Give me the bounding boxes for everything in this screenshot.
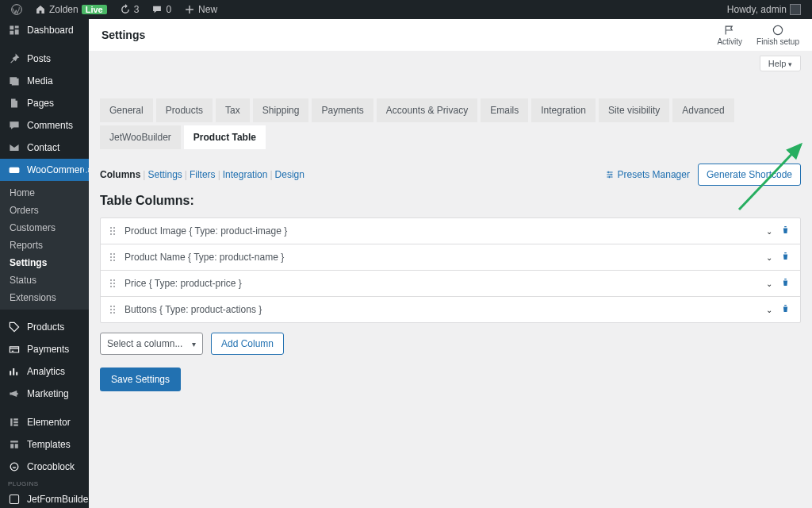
drag-handle-icon[interactable] [110, 253, 115, 261]
sidebar-item-dashboard[interactable]: Dashboard [0, 19, 89, 41]
site-link[interactable]: Zolden Live [30, 4, 112, 15]
circle-icon [772, 24, 784, 37]
section-title: Table Columns: [100, 194, 801, 208]
expand-toggle[interactable]: ⌄ [766, 227, 772, 236]
page-icon [8, 97, 21, 110]
tab-product-table[interactable]: Product Table [184, 125, 266, 149]
jet-icon [8, 493, 21, 506]
sidebar-item-analytics[interactable]: Analytics [0, 360, 89, 383]
home-icon [35, 4, 46, 15]
updates-icon [120, 4, 131, 15]
croco-icon [8, 460, 21, 473]
submenu-item-home[interactable]: Home [0, 184, 89, 202]
page-title: Settings [102, 29, 145, 41]
column-label: Buttons { Type: product-actions } [124, 304, 766, 315]
column-label: Price { Type: product-price } [124, 278, 766, 289]
tab-payments[interactable]: Payments [312, 98, 373, 122]
envelope-icon [8, 141, 21, 154]
sidebar-item-pages[interactable]: Pages [0, 92, 89, 114]
sidebar-item-templates[interactable]: Templates [0, 433, 89, 456]
trash-icon [780, 251, 791, 261]
megaphone-icon [8, 387, 21, 400]
sidebar-item-media[interactable]: Media [0, 70, 89, 92]
delete-column-button[interactable] [780, 303, 791, 316]
presets-manager-link[interactable]: Presets Manager [605, 169, 690, 180]
updates-link[interactable]: 3 [115, 4, 144, 15]
settings-tabs: GeneralProductsTaxShippingPaymentsAccoun… [100, 98, 801, 149]
sidebar-item-posts[interactable]: Posts [0, 48, 89, 70]
activity-link[interactable]: Activity [717, 24, 742, 46]
tab-accounts-privacy[interactable]: Accounts & Privacy [377, 98, 477, 122]
expand-toggle[interactable]: ⌄ [766, 253, 772, 262]
sidebar-item-elementor[interactable]: Elementor [0, 411, 89, 433]
sidebar-item-jetformbuilder[interactable]: JetFormBuilder [0, 488, 89, 508]
tab-integration[interactable]: Integration [531, 98, 596, 122]
tab-site-visibility[interactable]: Site visibility [599, 98, 669, 122]
tab-emails[interactable]: Emails [481, 98, 528, 122]
subsection-link-integration[interactable]: Integration [223, 169, 268, 180]
help-tab[interactable]: Help [760, 56, 801, 71]
wp-logo[interactable] [6, 4, 27, 15]
tab-products[interactable]: Products [156, 98, 213, 122]
tab-general[interactable]: General [100, 98, 153, 122]
submenu-item-settings[interactable]: Settings [0, 254, 89, 271]
submenu-item-orders[interactable]: Orders [0, 202, 89, 219]
sidebar-item-marketing[interactable]: Marketing [0, 383, 89, 405]
column-row: Product Image { Type: product-image } ⌄ [101, 218, 800, 244]
sidebar-item-woocommerce[interactable]: WooCommerce [0, 159, 89, 181]
submenu-item-customers[interactable]: Customers [0, 219, 89, 237]
sidebar-item-contact[interactable]: Contact [0, 137, 89, 159]
sidebar-item-payments[interactable]: Payments [0, 338, 89, 360]
drag-handle-icon[interactable] [110, 227, 115, 235]
sidebar-item-crocoblock[interactable]: Crocoblock [0, 456, 89, 478]
save-settings-button[interactable]: Save Settings [100, 368, 181, 391]
tag-icon [8, 321, 21, 333]
sidebar-item-comments[interactable]: Comments [0, 114, 89, 137]
live-badge: Live [82, 5, 107, 14]
column-select[interactable]: Select a column... [100, 333, 203, 355]
templates-icon [8, 438, 21, 451]
subsection-link-filters[interactable]: Filters [190, 169, 216, 180]
column-row: Product Name { Type: product-name } ⌄ [101, 244, 800, 270]
expand-toggle[interactable]: ⌄ [766, 279, 772, 288]
analytics-icon [8, 365, 21, 378]
tab-shipping[interactable]: Shipping [253, 98, 309, 122]
tab-tax[interactable]: Tax [216, 98, 250, 122]
finish-setup-link[interactable]: Finish setup [756, 24, 799, 46]
delete-column-button[interactable] [780, 277, 791, 290]
media-icon [8, 75, 21, 87]
avatar [790, 4, 801, 15]
svg-rect-1 [10, 167, 20, 173]
add-column-button[interactable]: Add Column [211, 333, 284, 355]
svg-point-5 [773, 25, 782, 34]
delete-column-button[interactable] [780, 251, 791, 264]
trash-icon [780, 225, 791, 235]
subsection-link-design[interactable]: Design [275, 169, 304, 180]
wordpress-icon [11, 4, 22, 15]
generate-shortcode-button[interactable]: Generate Shortcode [698, 164, 801, 186]
tab-jetwoobuilder[interactable]: JetWooBuilder [100, 125, 181, 149]
trash-icon [780, 303, 791, 314]
column-row: Buttons { Type: product-actions } ⌄ [101, 296, 800, 322]
submenu-item-status[interactable]: Status [0, 271, 89, 289]
submenu-item-reports[interactable]: Reports [0, 237, 89, 254]
drag-handle-icon[interactable] [110, 279, 115, 287]
drag-handle-icon[interactable] [110, 306, 115, 314]
trash-icon [780, 277, 791, 287]
comments-link[interactable]: 0 [147, 4, 176, 15]
flag-icon [723, 24, 736, 37]
comment-icon [151, 4, 163, 15]
submenu-item-extensions[interactable]: Extensions [0, 289, 89, 306]
expand-toggle[interactable]: ⌄ [766, 306, 772, 314]
delete-column-button[interactable] [780, 225, 791, 237]
sidebar-item-products[interactable]: Products [0, 316, 89, 338]
dashboard-icon [8, 24, 21, 37]
howdy-link[interactable]: Howdy, admin [722, 4, 806, 15]
pin-icon [8, 52, 21, 65]
admin-sidebar: DashboardPostsMediaPagesCommentsContactW… [0, 19, 89, 508]
new-link[interactable]: New [179, 4, 222, 15]
comment-icon [8, 119, 21, 132]
columns-table: Product Image { Type: product-image } ⌄ … [100, 217, 801, 323]
tab-advanced[interactable]: Advanced [672, 98, 733, 122]
subsection-link-settings[interactable]: Settings [147, 169, 182, 180]
